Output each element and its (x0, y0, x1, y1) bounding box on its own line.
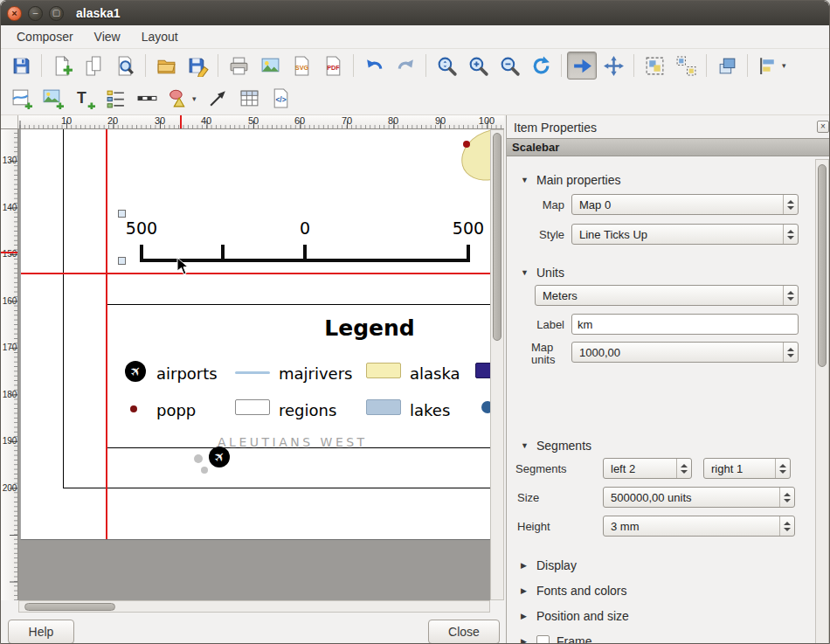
maximize-window-button[interactable]: ▢ (49, 6, 64, 21)
menu-view[interactable]: View (84, 26, 131, 47)
zoom-in-button[interactable] (463, 52, 493, 80)
selection-handle[interactable] (118, 210, 126, 218)
titlebar[interactable]: × – ▢ alaska1 (1, 1, 829, 25)
add-arrow-button[interactable] (203, 85, 232, 113)
export-image-button[interactable] (255, 52, 285, 80)
raise-selected-items-button[interactable] (712, 52, 742, 80)
segments-right-spinbox[interactable]: right 1 (703, 458, 791, 479)
section-position-and-size[interactable]: ▶ Position and size (507, 607, 804, 625)
composer-manager-button[interactable] (110, 52, 140, 80)
spin-arrows-icon[interactable] (775, 459, 790, 478)
close-button[interactable]: Close (428, 620, 500, 644)
svg-text:PDF: PDF (327, 63, 340, 71)
add-image-button[interactable] (38, 85, 67, 113)
add-new-scalebar-button[interactable] (132, 85, 162, 113)
panel-vertical-scrollbar[interactable] (815, 159, 829, 644)
spin-arrows-icon[interactable] (779, 488, 794, 507)
print-button[interactable] (224, 52, 253, 80)
align-items-button[interactable] (753, 52, 783, 80)
map-units-spinbox[interactable]: 1000,00 (571, 342, 799, 363)
spin-arrows-icon[interactable] (676, 459, 691, 478)
select-move-item-button[interactable] (567, 52, 597, 80)
new-composer-button[interactable] (47, 52, 77, 80)
panel-title: Item Properties (514, 121, 597, 135)
canvas-vertical-scrollbar[interactable] (490, 129, 504, 600)
fill-swatch (235, 399, 270, 415)
point-swatch (130, 405, 137, 412)
export-pdf-button[interactable]: PDF (318, 52, 348, 80)
canvas-horizontal-scrollbar[interactable] (18, 600, 490, 613)
move-item-content-button[interactable] (598, 52, 628, 80)
shape-dropdown-arrow-icon[interactable]: ▾ (192, 94, 201, 103)
frame-checkbox[interactable] (536, 635, 550, 644)
map-label: Map (515, 198, 564, 211)
menu-composer[interactable]: Composer (6, 26, 84, 47)
zoom-out-button[interactable] (495, 52, 524, 80)
save-template-button[interactable] (183, 52, 212, 80)
legend-item[interactable]: Legend ✈ airports majrivers alaska popp … (107, 304, 490, 448)
height-spinbox[interactable]: 3 mm (603, 516, 795, 537)
add-new-map-button[interactable] (6, 85, 36, 113)
ungroup-items-button[interactable] (671, 52, 701, 80)
fill-swatch (366, 399, 401, 415)
label-input[interactable] (571, 314, 799, 335)
svg-text:T: T (76, 89, 86, 107)
zoom-full-button[interactable] (432, 52, 461, 80)
section-display[interactable]: ▶ Display (507, 557, 804, 574)
footer: Help Close (1, 613, 506, 644)
map-combobox[interactable]: Map 0 (571, 194, 799, 215)
save-project-button[interactable] (6, 52, 36, 80)
menubar: Composer View Layout (1, 25, 829, 49)
toolbar-separator (353, 54, 354, 77)
legend-item-label: majrivers (279, 364, 352, 383)
segments-label: Segments (515, 462, 567, 475)
load-template-button[interactable] (151, 52, 181, 80)
duplicate-composer-button[interactable] (79, 52, 108, 80)
combo-arrows-icon[interactable] (783, 195, 798, 214)
minimize-window-button[interactable]: – (28, 6, 43, 21)
size-spinbox[interactable]: 500000,00 units (603, 487, 795, 508)
ruler-number: 180 (1, 390, 18, 399)
maximize-icon: ▢ (52, 9, 60, 17)
chevron-expanded-icon: ▼ (521, 268, 536, 277)
map-units-label-line1: Map (531, 341, 553, 354)
panel-close-button[interactable]: × (817, 121, 829, 133)
paper[interactable]: 500 0 500 Legend ✈ airports majrivers al… (20, 129, 490, 540)
scrollbar-thumb[interactable] (493, 133, 501, 341)
section-fonts-and-colors[interactable]: ▶ Fonts and colors (507, 582, 804, 599)
add-attribute-table-button[interactable] (234, 85, 264, 113)
add-new-label-button[interactable]: T (69, 85, 99, 113)
undo-button[interactable] (359, 52, 389, 80)
group-items-button[interactable] (640, 52, 669, 80)
combo-arrows-icon[interactable] (783, 286, 798, 305)
section-frame[interactable]: ▶ Frame (507, 633, 804, 644)
segments-left-spinbox[interactable]: left 2 (603, 458, 692, 479)
add-new-legend-button[interactable] (100, 85, 130, 113)
add-basic-shape-button[interactable] (163, 85, 193, 113)
style-combobox[interactable]: Line Ticks Up (571, 224, 799, 245)
redo-button[interactable] (391, 52, 420, 80)
spin-arrows-icon[interactable] (783, 343, 798, 362)
legend-item-label: lakes (410, 401, 450, 419)
section-units[interactable]: ▼ Units (507, 264, 804, 281)
menu-layout[interactable]: Layout (131, 26, 189, 47)
export-svg-button[interactable]: SVG (287, 52, 316, 80)
composer-canvas[interactable]: 500 0 500 Legend ✈ airports majrivers al… (18, 129, 490, 600)
units-combobox[interactable]: Meters (535, 285, 799, 306)
section-segments[interactable]: ▼ Segments (507, 437, 804, 454)
close-window-button[interactable]: × (7, 6, 22, 21)
spin-arrows-icon[interactable] (779, 516, 794, 536)
style-label: Style (515, 228, 564, 241)
refresh-view-button[interactable] (526, 52, 556, 80)
scrollbar-thumb[interactable] (818, 164, 827, 367)
selection-handle[interactable] (118, 257, 126, 265)
help-button[interactable]: Help (8, 620, 74, 644)
align-dropdown-arrow-icon[interactable]: ▾ (782, 61, 791, 70)
toolbar-separator (218, 54, 218, 77)
combo-arrows-icon[interactable] (783, 225, 798, 244)
scrollbar-thumb[interactable] (24, 603, 115, 611)
map-point-marker (463, 141, 470, 148)
add-html-frame-button[interactable]: </> (266, 85, 295, 113)
svg-text:SVG: SVG (294, 63, 308, 71)
section-main-properties[interactable]: ▼ Main properties (507, 171, 804, 189)
